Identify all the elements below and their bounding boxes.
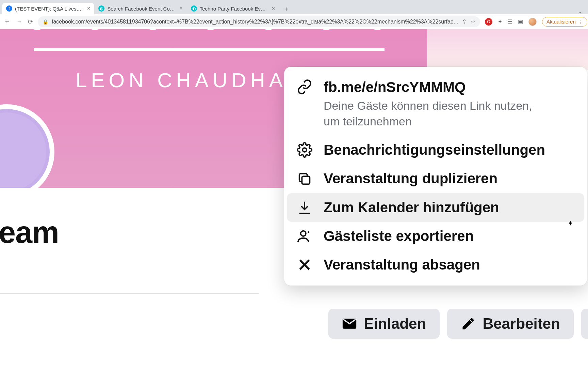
- tab-background[interactable]: ◐ Search Facebook Event Cover ×: [94, 3, 186, 14]
- menu-item-cancel-event[interactable]: Veranstaltung absagen: [287, 250, 584, 279]
- avatar[interactable]: [528, 18, 537, 26]
- share-link-subtitle: Deine Gäste können diesen Link nutzen, u…: [324, 98, 548, 129]
- tab-title: (TEST EVENT): Q&A Livestream: [15, 6, 83, 12]
- close-icon[interactable]: ×: [87, 5, 90, 12]
- menu-item-duplicate[interactable]: Veranstaltung duplizieren: [287, 164, 584, 193]
- tab-background[interactable]: ◐ Techno Party Facebook Event ×: [187, 3, 279, 14]
- reading-list-icon[interactable]: ☰: [508, 18, 512, 25]
- hero-divider: [34, 48, 385, 51]
- toolbar: ← → ⟳ 🔒 facebook.com/events/401345811934…: [0, 14, 588, 29]
- extensions-area: O ✦ ☰ ▣ Aktualisieren ⋮: [485, 17, 587, 27]
- more-button[interactable]: [581, 309, 588, 339]
- star-icon[interactable]: ☆: [471, 18, 475, 25]
- edit-label: Bearbeiten: [483, 315, 560, 332]
- close-icon: [296, 257, 313, 273]
- update-label: Aktualisieren: [546, 19, 576, 25]
- notifications-label: Benachrichtigungseinstellungen: [324, 142, 575, 158]
- hero-avatar-frame: [0, 104, 54, 200]
- invite-button[interactable]: Einladen: [328, 309, 440, 339]
- menu-item-add-calendar[interactable]: Zum Kalender hinzufügen: [287, 193, 584, 222]
- tab-title: Techno Party Facebook Event: [200, 6, 268, 12]
- close-icon[interactable]: ×: [272, 5, 275, 12]
- link-icon: [296, 79, 313, 95]
- kebab-icon: ⋮: [578, 19, 583, 25]
- menu-item-notifications[interactable]: Benachrichtigungseinstellungen: [287, 136, 584, 164]
- mail-icon: [342, 316, 357, 331]
- svg-rect-6: [302, 176, 310, 184]
- reload-button[interactable]: ⟳: [28, 18, 33, 26]
- svg-point-5: [303, 148, 307, 152]
- menu-item-share-link[interactable]: fb.me/e/nSrcYMMMQ Deine Gäste können die…: [287, 73, 584, 136]
- chevron-down-icon[interactable]: ⌄: [578, 9, 582, 14]
- share-link-text: fb.me/e/nSrcYMMMQ: [324, 79, 575, 95]
- new-tab-button[interactable]: +: [281, 4, 291, 14]
- tabstrip: f (TEST EVENT): Q&A Livestream × ◐ Searc…: [0, 0, 588, 14]
- address-bar[interactable]: 🔒 facebook.com/events/401345811934706?ac…: [38, 16, 480, 27]
- cancel-event-label: Veranstaltung absagen: [324, 257, 575, 273]
- close-icon[interactable]: ×: [179, 5, 182, 12]
- event-options-popover: fb.me/e/nSrcYMMMQ Deine Gäste können die…: [284, 67, 587, 286]
- extensions-icon[interactable]: ✦: [498, 18, 502, 25]
- page-content: LEON CHAUDHA eam Einladen Bearbeiten: [0, 29, 588, 368]
- extension-icon[interactable]: O: [485, 18, 492, 26]
- edit-button[interactable]: Bearbeiten: [447, 309, 573, 339]
- tab-active[interactable]: f (TEST EVENT): Q&A Livestream ×: [2, 3, 94, 14]
- canva-icon: ◐: [98, 5, 104, 12]
- user-export-icon: [296, 228, 313, 244]
- event-title: eam: [0, 215, 59, 250]
- sidepanel-icon[interactable]: ▣: [518, 18, 523, 25]
- calendar-label: Zum Kalender hinzufügen: [324, 199, 575, 216]
- download-icon: [296, 200, 313, 215]
- url-text: facebook.com/events/401345811934706?acon…: [52, 19, 459, 25]
- svg-point-7: [301, 231, 306, 236]
- export-guests-label: Gästeliste exportieren: [324, 228, 575, 244]
- gear-icon: [296, 142, 313, 158]
- hero-decoration: [27, 29, 400, 46]
- update-button[interactable]: Aktualisieren ⋮: [542, 17, 587, 27]
- invite-label: Einladen: [364, 315, 426, 332]
- back-button[interactable]: ←: [3, 18, 11, 25]
- canva-icon: ◐: [191, 5, 197, 12]
- facebook-icon: f: [6, 5, 12, 12]
- pencil-icon: [461, 316, 476, 331]
- forward-button[interactable]: →: [16, 18, 23, 25]
- svg-point-8: [308, 231, 309, 233]
- divider: [0, 293, 259, 294]
- copy-icon: [296, 171, 313, 187]
- cover-gradient-edge: [427, 29, 588, 70]
- duplicate-label: Veranstaltung duplizieren: [324, 170, 575, 187]
- menu-item-export-guests[interactable]: Gästeliste exportieren: [287, 222, 584, 250]
- tab-title: Search Facebook Event Cover: [107, 6, 175, 12]
- lock-icon: 🔒: [43, 19, 48, 25]
- action-buttons: Einladen Bearbeiten: [328, 309, 588, 339]
- share-icon[interactable]: ⇪: [462, 18, 467, 25]
